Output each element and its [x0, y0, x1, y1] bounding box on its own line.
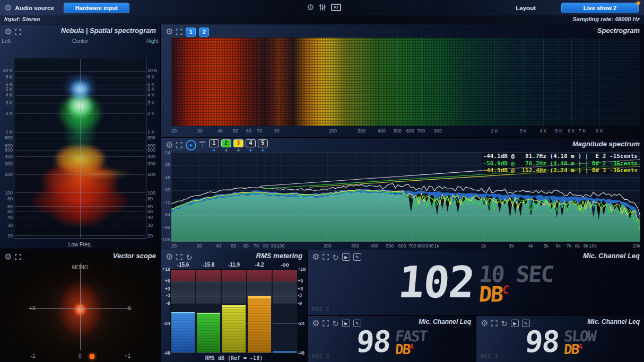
reset-icon[interactable]: ↻ — [186, 253, 193, 261]
freq-gridline — [15, 235, 145, 236]
scale-tick-label: -9 — [166, 301, 170, 306]
balance-marker[interactable] — [90, 354, 94, 359]
mixer-sliders-icon[interactable] — [319, 4, 326, 11]
live-play-icon[interactable]: ▶ — [186, 140, 196, 151]
slot-button-1[interactable]: 1 — [209, 139, 219, 147]
scale-tick-label: -24 — [298, 321, 304, 326]
magnitude-plot[interactable]: -44.1dB @ 81.7Hz (4.18 m ) | E 2 -15cent… — [171, 152, 640, 242]
audio-source-gear-icon[interactable]: ⚙ — [4, 4, 12, 12]
panel-spectrogram: ⚙ 1 2 Spectrogram 2030405060709020030040… — [161, 24, 644, 137]
reset-icon[interactable]: ↻ — [332, 320, 339, 328]
gear-icon[interactable]: ⚙ — [4, 28, 12, 36]
gear-icon[interactable]: ⚙ — [481, 319, 488, 328]
rms-value-label: -15.6 — [170, 262, 196, 268]
gear-icon[interactable]: ⚙ — [312, 253, 319, 261]
spatial-spectrogram-plot[interactable] — [14, 58, 146, 239]
x-tick-label: 600 — [398, 243, 406, 249]
minus-s-label: -S — [126, 305, 131, 311]
fullscreen-icon[interactable] — [323, 320, 329, 326]
scale-tick-label: +9 — [298, 278, 303, 284]
magnitude-header: ⚙ ▶ ↑ 1+2+3+4+5+ Magnitude spectrum — [161, 138, 644, 152]
meter-red-zone — [196, 270, 221, 281]
x-tick-label: 40 — [217, 128, 223, 134]
leq-slow-value: 98 — [524, 330, 560, 354]
x-tick-label: 100 — [276, 243, 284, 249]
slot-button-2[interactable]: 2 — [221, 139, 231, 147]
x-gridline — [397, 38, 398, 126]
spectrum-slot-5[interactable]: 5+ — [257, 139, 268, 153]
io-routing-icon[interactable]: IO — [331, 4, 341, 11]
spectrum-slot-3[interactable]: 3+ — [233, 139, 243, 153]
fullscreen-icon[interactable] — [176, 29, 182, 35]
edit-icon[interactable]: ✎ — [353, 253, 361, 261]
leq-main-display: 102 10 SEC DB C — [308, 264, 644, 304]
gear-icon[interactable]: ⚙ — [4, 253, 12, 261]
play-icon[interactable]: ▶ — [511, 320, 519, 327]
rms-value-label: -11.9 — [221, 262, 247, 268]
slot-button-4[interactable]: 4 — [246, 139, 256, 147]
leq-main-header: ⚙ ↻ ▶ ✎ Mic. Channel Leq — [308, 250, 644, 263]
meter-stripe-zone — [171, 281, 195, 304]
gear-icon[interactable]: ⚙ — [312, 319, 319, 328]
freq-tick-label: 10 K — [147, 68, 158, 73]
spectrogram-view-1-button[interactable]: 1 — [186, 28, 196, 37]
sampling-rate-info: Sampling rate: 48000 Hz — [572, 16, 640, 22]
freq-gridline — [15, 217, 145, 217]
slot-button-3[interactable]: 3 — [233, 139, 243, 147]
settings-gear-icon[interactable]: ⚙ — [307, 3, 314, 12]
panel-magnitude-spectrum: ⚙ ▶ ↑ 1+2+3+4+5+ Magnitude spectrum -24-… — [161, 138, 644, 251]
meter-gridline — [247, 352, 272, 353]
x-tick-label: 500 — [386, 243, 394, 249]
fullscreen-icon[interactable] — [323, 254, 329, 260]
x-gridline — [559, 38, 559, 126]
x-tick-label: 20 — [171, 243, 177, 249]
spectrogram-plot[interactable] — [171, 38, 640, 126]
meter-stripe-zone — [196, 281, 221, 304]
freq-tick-label: 30 — [7, 223, 13, 228]
gear-icon[interactable]: ⚙ — [166, 28, 173, 36]
fullscreen-icon[interactable] — [176, 254, 182, 260]
y-tick-label: -24 — [163, 150, 170, 155]
spectrum-slot-2[interactable]: 2+ — [221, 139, 231, 153]
x-gridline — [259, 38, 260, 126]
x-gridline — [381, 38, 382, 126]
hardware-input-button-label: Hardware input — [75, 5, 118, 11]
hold-to-top-icon[interactable]: ↑ — [199, 142, 205, 149]
input-info: Input: Stereo — [4, 16, 40, 22]
hardware-input-button[interactable]: Hardware input — [64, 3, 129, 13]
freq-tick-label: 30 — [147, 223, 153, 228]
x-gridline — [438, 38, 438, 126]
meter-red-zone — [247, 270, 272, 281]
rms-meter — [170, 269, 298, 353]
spectrum-slot-1[interactable]: 1+ — [208, 139, 219, 153]
fullscreen-icon[interactable] — [15, 29, 21, 35]
freq-tick-label: 2 K — [5, 111, 13, 116]
x-tick-label: 200 — [329, 128, 337, 134]
play-icon[interactable]: ▶ — [342, 320, 350, 327]
x-tick-label: 60 — [246, 128, 251, 134]
gear-icon[interactable]: ⚙ — [166, 253, 173, 261]
reset-icon[interactable]: ↻ — [501, 320, 508, 328]
spectrum-slot-4[interactable]: 4+ — [245, 139, 256, 153]
freq-gridline — [15, 71, 145, 72]
freq-tick-label: 400 — [5, 154, 13, 159]
x-tick-label: 30 — [196, 243, 202, 249]
pan-label-left: Left — [2, 38, 11, 44]
fullscreen-icon[interactable] — [15, 254, 21, 260]
gear-icon[interactable]: ⚙ — [166, 141, 173, 149]
freq-tick-label: 200 — [147, 172, 155, 177]
x-tick-label: 30 — [197, 128, 203, 134]
freq-gridline — [15, 156, 145, 157]
spectrogram-view-2-button[interactable]: 2 — [199, 28, 209, 37]
leq-slow-channel-label: MIC 1 — [480, 353, 498, 360]
panel-title: Spectrogram — [597, 27, 640, 34]
fullscreen-icon[interactable] — [176, 142, 182, 148]
spectrogram-header: ⚙ 1 2 Spectrogram — [161, 24, 644, 38]
live-show-button[interactable]: Live show 2 — [561, 3, 639, 13]
play-icon[interactable]: ▶ — [342, 253, 350, 261]
freq-tick-label: 8 K — [5, 74, 13, 80]
fullscreen-icon[interactable] — [491, 320, 498, 326]
slot-button-5[interactable]: 5 — [258, 139, 268, 147]
reset-icon[interactable]: ↻ — [332, 253, 339, 261]
x-gridline — [333, 38, 334, 126]
